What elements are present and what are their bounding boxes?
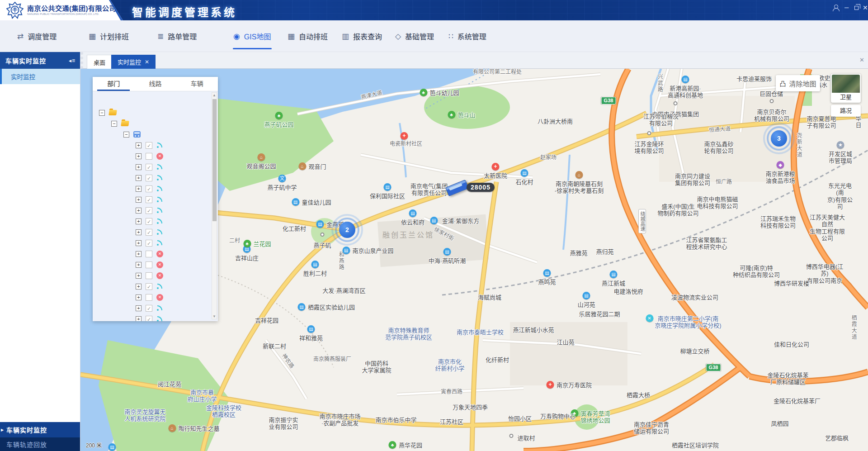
tree-checkbox[interactable]: ✓ bbox=[146, 283, 152, 290]
nav-item-报表查询[interactable]: ▥报表查询 bbox=[342, 20, 382, 52]
nav-item-计划排班[interactable]: ▦计划排班 bbox=[89, 20, 129, 52]
map-label: 化工新村 bbox=[283, 225, 306, 232]
tree-checkbox[interactable]: ✓ bbox=[146, 142, 152, 149]
tree-expander-icon[interactable]: + bbox=[136, 153, 142, 159]
cluster-marker-3[interactable]: 3 bbox=[771, 130, 787, 147]
nav-item-调度管理[interactable]: ⇄调度管理 bbox=[17, 20, 57, 52]
map-label: 可隆(南京)特 种纺织品有限公司 bbox=[733, 265, 780, 279]
tree-row: +✕ bbox=[136, 271, 163, 280]
tabbar-close-icon[interactable]: ✕ bbox=[859, 57, 864, 63]
map-scale-label: 200 米 bbox=[86, 442, 102, 449]
minimize-icon[interactable]: ─ bbox=[844, 4, 849, 11]
tree-expander-icon[interactable]: − bbox=[111, 121, 117, 127]
satellite-thumbnail bbox=[832, 75, 860, 93]
traffic-layer-toggle[interactable]: 路况 bbox=[831, 105, 861, 117]
sidebar-collapse-icon[interactable]: ◂≡ bbox=[69, 57, 75, 64]
sidebar-item-realtime-monitor[interactable]: 实时监控 bbox=[0, 69, 80, 84]
tab-label: 桌面 bbox=[94, 58, 105, 66]
tab-实时监控[interactable]: 实时监控✕ bbox=[111, 55, 156, 69]
tree-checkbox[interactable]: ✓ bbox=[146, 164, 152, 171]
close-icon[interactable]: ✕ bbox=[863, 4, 868, 11]
map-label: 胜利二村 bbox=[303, 270, 327, 277]
tree-checkbox[interactable]: ✓ bbox=[146, 240, 152, 247]
tree-expander-icon[interactable]: + bbox=[136, 240, 142, 246]
bldg-icon: ▤ bbox=[307, 325, 315, 333]
map-label: 观音门 bbox=[308, 163, 326, 170]
bldg-icon: ▤ bbox=[430, 217, 438, 224]
map-label: 华日 bbox=[854, 115, 863, 129]
signal-online-icon bbox=[156, 164, 163, 171]
tab-close-icon[interactable]: ✕ bbox=[145, 59, 149, 65]
tree-checkbox[interactable]: ✓ bbox=[146, 175, 152, 181]
cluster-marker-2[interactable]: 2 bbox=[339, 222, 355, 238]
tree-checkbox[interactable] bbox=[146, 251, 152, 257]
nav-item-GIS地图[interactable]: ◉GIS地图 bbox=[233, 20, 271, 52]
panel-tab-部门[interactable]: 部门 bbox=[93, 77, 134, 91]
tree-expander-icon[interactable]: + bbox=[136, 175, 142, 181]
map-label: 笆斗幼儿园 bbox=[429, 90, 459, 96]
scroll-down-icon[interactable]: ▼ bbox=[212, 314, 217, 318]
tree-expander-icon[interactable]: + bbox=[136, 142, 142, 148]
user-icon[interactable] bbox=[832, 4, 840, 11]
map-label: 南京电气(集团 有限责任公司 bbox=[410, 183, 448, 197]
map-label: 南京佳宁沥青 储运有限公司 bbox=[634, 421, 669, 435]
tree-expander-icon[interactable]: + bbox=[136, 284, 142, 290]
tree-expander-icon[interactable]: + bbox=[136, 262, 142, 268]
tree-checkbox[interactable] bbox=[146, 261, 152, 268]
tree-checkbox[interactable]: ✓ bbox=[146, 316, 152, 322]
tree-row: +✓ bbox=[136, 140, 163, 150]
tree-expander-icon[interactable]: + bbox=[136, 273, 142, 279]
tree-expander-icon[interactable]: − bbox=[99, 110, 105, 116]
clear-map-button[interactable]: 凸 清除地图 bbox=[776, 75, 820, 91]
map-label: 电瓷新村社区 bbox=[390, 141, 422, 147]
sidebar-bottom-vehicle-monitor[interactable]: 车辆实时监控 bbox=[0, 422, 80, 437]
satellite-layer-toggle[interactable]: 卫星 bbox=[831, 74, 861, 103]
tree-checkbox[interactable]: ✓ bbox=[146, 229, 152, 236]
tree-scrollbar[interactable]: ▲ ▼ bbox=[212, 92, 217, 319]
scroll-up-icon[interactable]: ▲ bbox=[212, 93, 217, 97]
nav-item-label: 路单管理 bbox=[168, 31, 197, 42]
tree-expander-icon[interactable]: + bbox=[136, 208, 142, 214]
nav-item-路单管理[interactable]: ≣路单管理 bbox=[157, 20, 197, 52]
tree-expander-icon[interactable]: − bbox=[123, 132, 129, 138]
map-label: 万寿购物中心 bbox=[540, 413, 576, 420]
vehicle-bus-label[interactable]: 28005 bbox=[467, 183, 495, 192]
tab-桌面[interactable]: 桌面 bbox=[87, 55, 112, 69]
tree-expander-icon[interactable]: + bbox=[136, 294, 142, 300]
cart-icon: ◆ bbox=[777, 161, 784, 169]
tree-row: +✓ bbox=[136, 195, 163, 204]
nav-item-系统管理[interactable]: ∷系统管理 bbox=[448, 20, 486, 52]
tree-row: +✕ bbox=[136, 151, 163, 161]
tree-checkbox[interactable]: ✓ bbox=[146, 185, 152, 192]
dot-icon bbox=[509, 434, 513, 438]
panel-tab-车辆[interactable]: 车辆 bbox=[176, 77, 218, 91]
folder-icon bbox=[121, 121, 129, 126]
nav-item-自动排班[interactable]: ▦自动排班 bbox=[288, 20, 328, 52]
sidebar-bottom-track-replay[interactable]: 车辆轨迹回放 bbox=[0, 437, 80, 451]
signal-online-icon bbox=[156, 142, 163, 149]
tree-checkbox[interactable] bbox=[146, 294, 152, 301]
tree-checkbox[interactable]: ✓ bbox=[146, 218, 152, 225]
restore-icon[interactable] bbox=[854, 6, 859, 10]
tree-checkbox[interactable] bbox=[146, 272, 152, 279]
tree-expander-icon[interactable]: + bbox=[136, 229, 142, 235]
tree-expander-icon[interactable]: + bbox=[136, 218, 142, 224]
scrollbar-thumb[interactable] bbox=[212, 99, 217, 221]
tree-expander-icon[interactable]: + bbox=[136, 316, 142, 322]
map-label: 南京市化 纤新村小学 bbox=[435, 358, 464, 372]
nav-item-基础管理[interactable]: ◇基础管理 bbox=[395, 20, 434, 52]
tree-expander-icon[interactable]: + bbox=[136, 164, 142, 170]
tree-expander-icon[interactable]: + bbox=[136, 305, 142, 311]
tree-expander-icon[interactable]: + bbox=[136, 197, 142, 203]
tree-checkbox[interactable]: ✓ bbox=[146, 207, 152, 214]
tree-icon: ♣ bbox=[243, 240, 251, 247]
tree-expander-icon[interactable]: + bbox=[136, 186, 142, 192]
panel-tab-线路[interactable]: 线路 bbox=[134, 77, 176, 91]
tree-checkbox[interactable]: ✓ bbox=[146, 196, 152, 203]
map-label: 凤栖园 bbox=[771, 420, 788, 427]
tree-checkbox[interactable]: ✓ bbox=[146, 305, 152, 312]
tree-checkbox[interactable] bbox=[146, 153, 152, 160]
tree-expander-icon[interactable]: + bbox=[136, 251, 142, 257]
nav-item-label: 调度管理 bbox=[28, 31, 57, 42]
map-label: 进取村 bbox=[517, 435, 535, 442]
